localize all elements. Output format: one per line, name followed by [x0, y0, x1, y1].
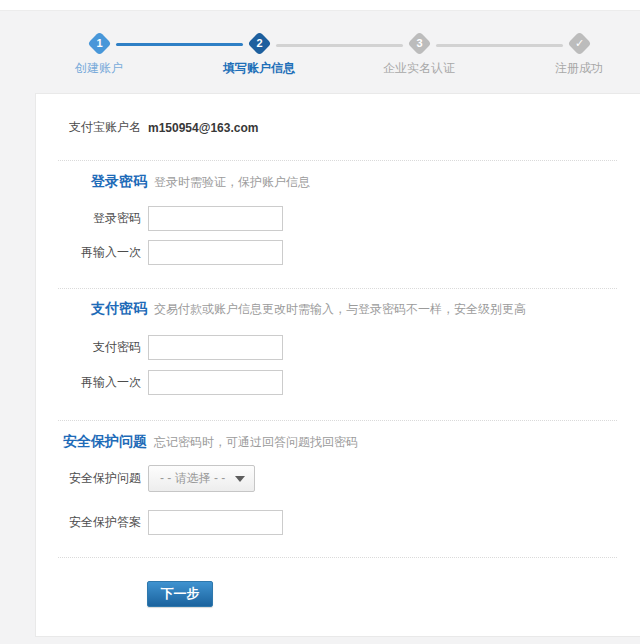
- login-password-input[interactable]: [148, 206, 283, 231]
- step-enterprise-verification: 3 企业实名认证: [339, 33, 499, 77]
- payment-password-section-header: 支付密码 交易付款或账户信息更改时需输入，与登录密码不一样，安全级别更高: [36, 300, 640, 318]
- step-fill-account-info: 2 填写账户信息: [179, 33, 339, 77]
- chevron-down-icon: [235, 476, 245, 482]
- security-answer-row: 安全保护答案: [36, 510, 640, 535]
- next-step-button[interactable]: 下一步: [147, 581, 213, 607]
- payment-password-row: 支付密码: [36, 335, 640, 360]
- payment-password-input[interactable]: [148, 335, 283, 360]
- progress-stepper: 1 创建账户 2 填写账户信息 3 企业实名认证 ✓ 注册成功: [0, 0, 640, 90]
- check-glyph: ✓: [571, 35, 588, 52]
- security-answer-input[interactable]: [148, 510, 283, 535]
- check-icon: ✓: [567, 31, 591, 55]
- login-password-hint: 登录时需验证，保护账户信息: [154, 174, 310, 191]
- step-label: 创建账户: [19, 60, 179, 77]
- step-create-account: 1 创建账户: [19, 33, 179, 77]
- login-password-confirm-label: 再输入一次: [36, 244, 141, 261]
- payment-password-confirm-label: 再输入一次: [36, 374, 141, 391]
- login-password-row: 登录密码: [36, 206, 640, 231]
- step-number: 2: [251, 35, 268, 52]
- security-question-select[interactable]: - - 请选择 - -: [148, 465, 255, 492]
- step-3-badge: 3: [407, 31, 431, 55]
- login-password-label: 登录密码: [36, 210, 141, 227]
- step-label: 注册成功: [499, 60, 640, 77]
- login-password-section-header: 登录密码 登录时需验证，保护账户信息: [36, 173, 640, 191]
- payment-password-hint: 交易付款或账户信息更改时需输入，与登录密码不一样，安全级别更高: [154, 301, 526, 318]
- registration-form-panel: 支付宝账户名 m150954@163.com 登录密码 登录时需验证，保护账户信…: [35, 93, 640, 637]
- security-question-section-header: 安全保护问题 忘记密码时，可通过回答问题找回密码: [36, 433, 640, 451]
- divider: [58, 420, 617, 421]
- security-question-row: 安全保护问题 - - 请选择 - -: [36, 465, 640, 492]
- step-registration-success: ✓ 注册成功: [499, 33, 640, 77]
- login-password-heading: 登录密码: [36, 173, 147, 191]
- account-name-row: 支付宝账户名 m150954@163.com: [36, 119, 640, 136]
- payment-password-confirm-input[interactable]: [148, 370, 283, 395]
- payment-password-label: 支付密码: [36, 339, 141, 356]
- divider: [58, 557, 617, 558]
- account-name-label: 支付宝账户名: [36, 119, 141, 136]
- payment-password-heading: 支付密码: [36, 300, 147, 318]
- payment-password-confirm-row: 再输入一次: [36, 370, 640, 395]
- step-label: 企业实名认证: [339, 60, 499, 77]
- step-2-badge: 2: [247, 31, 271, 55]
- step-label: 填写账户信息: [179, 60, 339, 77]
- security-question-label: 安全保护问题: [36, 470, 141, 487]
- step-1-badge: 1: [87, 31, 111, 55]
- step-number: 3: [411, 35, 428, 52]
- step-number: 1: [91, 35, 108, 52]
- account-name-value: m150954@163.com: [148, 121, 258, 135]
- security-question-hint: 忘记密码时，可通过回答问题找回密码: [154, 434, 358, 451]
- security-answer-label: 安全保护答案: [36, 514, 141, 531]
- login-password-confirm-row: 再输入一次: [36, 240, 640, 265]
- divider: [58, 288, 617, 289]
- security-question-heading: 安全保护问题: [36, 433, 147, 451]
- security-question-selected-value: - - 请选择 - -: [149, 470, 225, 487]
- divider: [58, 160, 617, 161]
- login-password-confirm-input[interactable]: [148, 240, 283, 265]
